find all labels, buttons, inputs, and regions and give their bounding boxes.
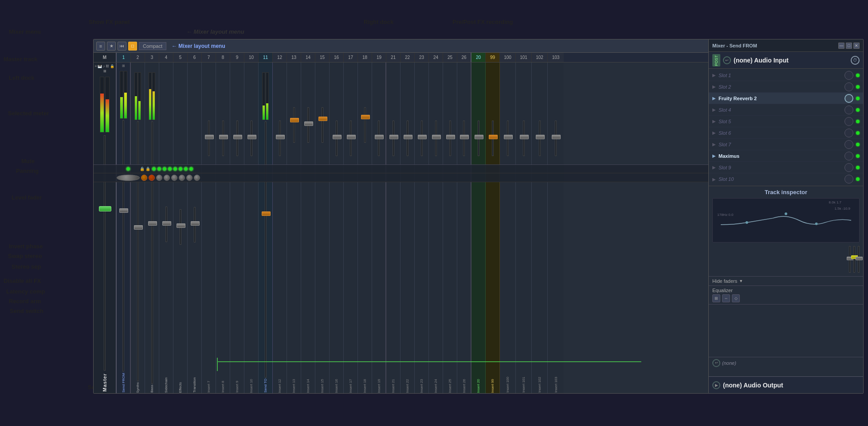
close-btn[interactable]: ✕	[853, 43, 860, 49]
track-ins9: Insert 9	[230, 63, 244, 393]
track-num-24[interactable]: 24	[429, 53, 443, 62]
track-num-14[interactable]: 14	[301, 53, 315, 62]
track-num-15[interactable]: 15	[315, 53, 330, 62]
minimize-btn[interactable]: —	[838, 43, 844, 49]
maximus-circle[interactable]	[844, 152, 853, 160]
track-ins25: Insert 25	[443, 63, 457, 393]
ld-fader-track[interactable]	[122, 120, 124, 371]
hide-faders-label: Hide faders	[712, 278, 737, 284]
track-effects: Effects	[173, 63, 188, 393]
synths-fader-thumb[interactable]	[134, 225, 143, 230]
audio-input-section: POST ↩ (none) Audio Input ⏱	[709, 52, 863, 69]
slot1-led[interactable]	[856, 74, 860, 77]
track-num-21[interactable]: 21	[386, 53, 401, 62]
track-ins23: Insert 23	[415, 63, 429, 393]
fx-slot-2[interactable]: ▶ Slot 2	[709, 81, 863, 93]
track-ins101: Insert 101	[516, 63, 532, 393]
audio-output-section: ▶ (none) Audio Output	[709, 376, 863, 393]
post-badge: POST	[712, 54, 720, 66]
window-controls: — □ ✕	[838, 43, 860, 49]
track-num-26[interactable]: 26	[457, 53, 471, 62]
track-num-18[interactable]: 18	[358, 53, 372, 62]
track-num-12[interactable]: 12	[273, 53, 287, 62]
svg-point-2	[815, 223, 818, 225]
track-num-102[interactable]: 102	[532, 53, 548, 62]
track-ins15: Insert 15	[315, 63, 330, 393]
maximus-led[interactable]	[856, 154, 860, 158]
track-num-10[interactable]: 10	[244, 53, 259, 62]
fx-slot-9[interactable]: ▶ Slot 9	[709, 162, 863, 173]
reeverb-led[interactable]	[856, 97, 860, 100]
master-meter	[99, 76, 110, 133]
synths-meter	[134, 72, 141, 121]
track-num-25[interactable]: 25	[443, 53, 457, 62]
track-num-100[interactable]: 100	[500, 53, 516, 62]
eq-btn-2[interactable]: ↔	[722, 294, 730, 302]
prop-fader-2[interactable]	[853, 246, 855, 273]
track-num-99[interactable]: 99	[486, 53, 500, 62]
annotation-send-switch: Send switch	[10, 308, 43, 314]
fx-slot-4[interactable]: ▶ Slot 4	[709, 104, 863, 116]
ld-fader-thumb[interactable]	[119, 208, 128, 213]
pre-post-icon[interactable]: ↩	[723, 56, 731, 64]
fx-slot-1[interactable]: ▶ Slot 1	[709, 70, 863, 81]
master-fader-thumb[interactable]	[99, 206, 111, 211]
bass-fader-thumb[interactable]	[148, 221, 157, 226]
audio-none-label: (none)	[722, 360, 736, 366]
track-num-7[interactable]: 7	[202, 53, 216, 62]
track-num-4[interactable]: 4	[159, 53, 173, 62]
eq-btn-3[interactable]: ◇	[732, 294, 740, 302]
track-num-16[interactable]: 16	[330, 53, 344, 62]
slot1-circle[interactable]	[844, 71, 853, 80]
track-num-13[interactable]: 13	[287, 53, 301, 62]
reeverb-circle[interactable]	[844, 94, 853, 103]
output-play-icon[interactable]: ▶	[712, 381, 720, 389]
prop-fader-1[interactable]	[849, 246, 851, 273]
track-num-11[interactable]: 11	[259, 53, 273, 62]
track-num-6[interactable]: 6	[188, 53, 202, 62]
sendto-fader-thumb[interactable]	[262, 211, 271, 216]
track-num-23[interactable]: 23	[415, 53, 429, 62]
track-num-1[interactable]: 1	[117, 53, 131, 62]
track-num-101[interactable]: 101	[516, 53, 532, 62]
fx-panel-btn[interactable]: □	[128, 42, 137, 51]
slot2-circle[interactable]	[844, 82, 853, 91]
track-num-22[interactable]: 22	[401, 53, 415, 62]
fx-slot-6[interactable]: ▶ Slot 6	[709, 127, 863, 139]
eq-btn-1[interactable]: ⊞	[712, 294, 720, 302]
fx-slot-maximus[interactable]: ▶ Maximus	[709, 150, 863, 162]
track-num-8[interactable]: 8	[216, 53, 230, 62]
send-line-overlay	[218, 361, 641, 362]
mixer-menu-btn[interactable]: ≡	[96, 42, 105, 51]
lock-icon-master: 🔒	[110, 64, 114, 68]
track-num-20[interactable]: 20	[471, 53, 486, 62]
synths-fader-track[interactable]	[137, 121, 139, 381]
prop-fader-3[interactable]	[858, 246, 860, 273]
bass-fader-track[interactable]	[151, 121, 153, 384]
sendto-fader-track[interactable]	[265, 121, 267, 378]
audio-input-label[interactable]: (none) Audio Input	[734, 57, 848, 64]
fx-slot-10[interactable]: ▶ Slot 10	[709, 173, 863, 185]
skip-btn[interactable]: ⏮	[118, 42, 126, 51]
star-btn[interactable]: ★	[107, 42, 116, 51]
input-latency-icon[interactable]: ⏱	[851, 56, 860, 65]
slot2-led[interactable]	[856, 85, 860, 89]
track-num-5[interactable]: 5	[173, 53, 188, 62]
track-num-2[interactable]: 2	[131, 53, 145, 62]
maximize-btn[interactable]: □	[846, 43, 852, 49]
master-meter-r	[105, 77, 110, 133]
pdc-icon[interactable]: ↩	[712, 359, 720, 367]
fx-slot-7[interactable]: ▶ Slot 7	[709, 139, 863, 150]
track-num-103[interactable]: 103	[548, 53, 564, 62]
track-num-9[interactable]: 9	[230, 53, 244, 62]
fx-slot-5[interactable]: ▶ Slot 5	[709, 116, 863, 127]
fx-slot-reeverb[interactable]: ▶ Fruity Reeverb 2	[709, 93, 863, 104]
audio-none-row: ↩ (none)	[709, 357, 863, 368]
hide-faders-row[interactable]: Hide faders ▼	[709, 277, 863, 286]
audio-output-label[interactable]: (none) Audio Output	[723, 382, 860, 389]
track-num-3[interactable]: 3	[145, 53, 159, 62]
bass-meter	[148, 72, 156, 121]
track-num-17[interactable]: 17	[344, 53, 358, 62]
properties-faders	[712, 244, 860, 274]
track-num-19[interactable]: 19	[372, 53, 386, 62]
